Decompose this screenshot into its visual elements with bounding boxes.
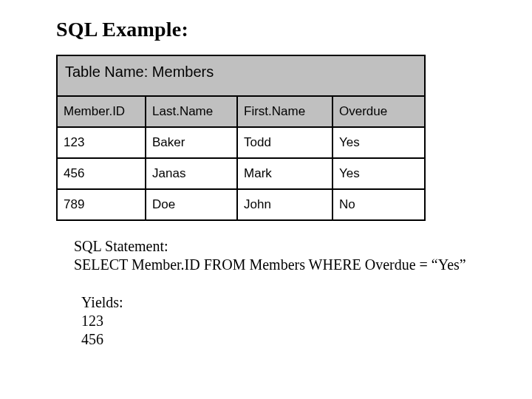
column-header: Member.ID	[58, 97, 146, 127]
yields-value: 123	[81, 312, 473, 330]
cell-first-name: John	[237, 189, 332, 219]
slide-content: SQL Example: Table Name: Members Member.…	[0, 18, 532, 349]
cell-overdue: Yes	[332, 127, 424, 158]
table-row: 456 Janas Mark Yes	[58, 158, 424, 189]
table-name-value: Members	[152, 64, 214, 80]
cell-last-name: Doe	[146, 189, 237, 219]
cell-member-id: 456	[58, 158, 146, 189]
sql-label: SQL Statement:	[74, 237, 473, 256]
table-header-row: Member.ID Last.Name First.Name Overdue	[58, 97, 424, 127]
members-table: Member.ID Last.Name First.Name Overdue 1…	[58, 97, 424, 219]
page-title: SQL Example:	[56, 18, 476, 41]
sql-block: SQL Statement: SELECT Member.ID FROM Mem…	[56, 221, 476, 274]
members-table-container: Table Name: Members Member.ID Last.Name …	[56, 55, 426, 221]
column-header: Overdue	[332, 97, 424, 127]
cell-last-name: Baker	[146, 127, 237, 158]
yields-label: Yields:	[81, 293, 473, 312]
cell-overdue: No	[332, 189, 424, 219]
yields-block: Yields: 123 456	[56, 274, 476, 349]
yields-value: 456	[81, 330, 473, 349]
sql-statement: SELECT Member.ID FROM Members WHERE Over…	[74, 256, 473, 274]
cell-overdue: Yes	[332, 158, 424, 189]
cell-first-name: Todd	[237, 127, 332, 158]
cell-last-name: Janas	[146, 158, 237, 189]
table-name-header: Table Name: Members	[58, 56, 424, 97]
table-name-prefix: Table Name:	[65, 64, 152, 80]
cell-first-name: Mark	[237, 158, 332, 189]
column-header: First.Name	[237, 97, 332, 127]
cell-member-id: 789	[58, 189, 146, 219]
cell-member-id: 123	[58, 127, 146, 158]
table-row: 789 Doe John No	[58, 189, 424, 219]
table-row: 123 Baker Todd Yes	[58, 127, 424, 158]
column-header: Last.Name	[146, 97, 237, 127]
